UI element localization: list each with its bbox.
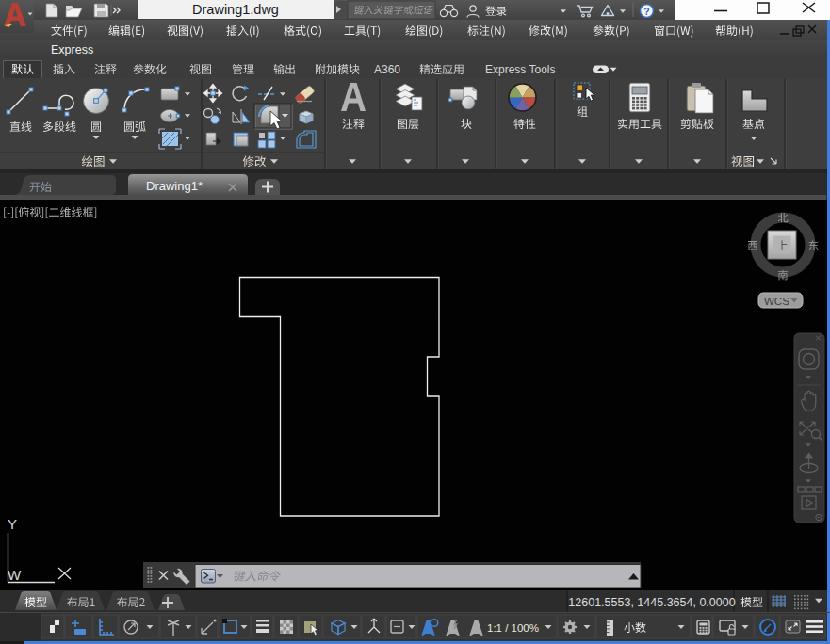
svg-text:A360: A360 xyxy=(374,63,400,76)
svg-text:Express Tools: Express Tools xyxy=(485,63,555,76)
svg-text:WCS: WCS xyxy=(764,296,789,307)
svg-text:?: ? xyxy=(643,6,649,17)
svg-text:1:1 / 100%: 1:1 / 100% xyxy=(487,622,539,634)
svg-text:W: W xyxy=(8,567,22,583)
svg-text:Express: Express xyxy=(51,43,93,56)
svg-text:12601.5553, 1445.3654, 0.0000: 12601.5553, 1445.3654, 0.0000 xyxy=(568,596,735,609)
svg-text:Drawing1*: Drawing1* xyxy=(146,179,203,193)
svg-text:Y: Y xyxy=(8,516,17,532)
svg-text:Drawing1.dwg: Drawing1.dwg xyxy=(192,2,279,17)
